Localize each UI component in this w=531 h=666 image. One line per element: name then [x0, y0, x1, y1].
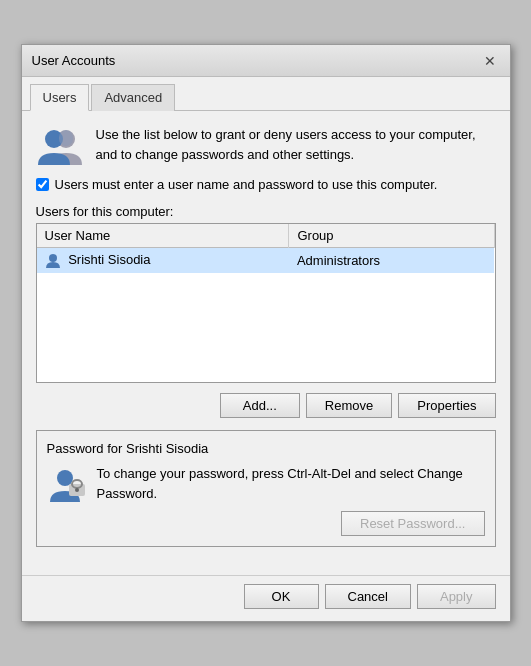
user-accounts-dialog: User Accounts ✕ Users Advanced Use the l… [21, 44, 511, 622]
table-header-row: User Name Group [37, 224, 495, 248]
user-group-cell: Administrators [289, 248, 494, 273]
users-icon [36, 125, 84, 165]
ok-button[interactable]: OK [244, 584, 319, 609]
users-section-label: Users for this computer: [36, 204, 496, 219]
users-table-container: User Name Group Srishti Sisodia [36, 223, 496, 383]
tab-advanced[interactable]: Advanced [91, 84, 175, 111]
remove-button[interactable]: Remove [306, 393, 392, 418]
col-username: User Name [37, 224, 289, 248]
tab-users[interactable]: Users [30, 84, 90, 111]
password-text: To change your password, press Ctrl-Alt-… [97, 464, 485, 503]
add-button[interactable]: Add... [220, 393, 300, 418]
password-inner: To change your password, press Ctrl-Alt-… [47, 464, 485, 536]
properties-button[interactable]: Properties [398, 393, 495, 418]
password-icon [47, 464, 87, 504]
users-table: User Name Group Srishti Sisodia [37, 224, 495, 273]
password-section: Password for Srishti Sisodia To change y… [36, 430, 496, 547]
tab-content: Use the list below to grant or deny user… [22, 111, 510, 575]
user-name-cell: Srishti Sisodia [37, 248, 289, 273]
user-row-icon [45, 252, 61, 268]
cancel-button[interactable]: Cancel [325, 584, 411, 609]
table-row[interactable]: Srishti Sisodia Administrators [37, 248, 495, 273]
password-required-label: Users must enter a user name and passwor… [55, 177, 438, 192]
user-action-buttons: Add... Remove Properties [36, 393, 496, 418]
title-bar: User Accounts ✕ [22, 45, 510, 77]
info-text: Use the list below to grant or deny user… [96, 125, 496, 164]
password-required-row: Users must enter a user name and passwor… [36, 177, 496, 192]
tab-bar: Users Advanced [22, 77, 510, 111]
reset-password-button[interactable]: Reset Password... [341, 511, 485, 536]
svg-rect-2 [59, 130, 73, 146]
reset-password-btn-row: Reset Password... [97, 511, 485, 536]
window-title: User Accounts [32, 53, 116, 68]
info-section: Use the list below to grant or deny user… [36, 125, 496, 165]
svg-point-7 [75, 488, 79, 492]
apply-button[interactable]: Apply [417, 584, 496, 609]
close-button[interactable]: ✕ [480, 51, 500, 71]
password-required-checkbox[interactable] [36, 178, 49, 191]
svg-point-3 [49, 254, 57, 262]
password-section-title: Password for Srishti Sisodia [47, 441, 485, 456]
bottom-buttons: OK Cancel Apply [22, 575, 510, 621]
col-group: Group [289, 224, 494, 248]
svg-point-4 [57, 470, 73, 486]
